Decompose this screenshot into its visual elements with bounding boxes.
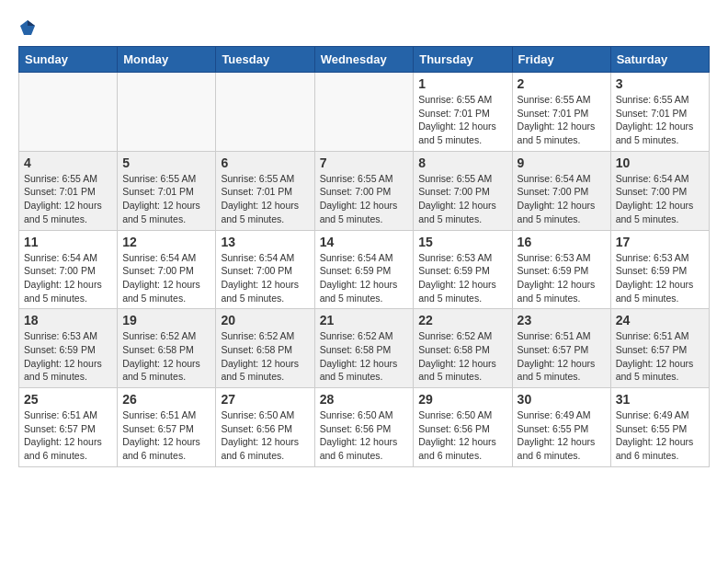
calendar-day-cell: 2Sunrise: 6:55 AM Sunset: 7:01 PM Daylig… [512,73,610,152]
calendar-day-header: Monday [118,47,216,73]
day-number: 12 [122,235,210,249]
calendar-header-row: SundayMondayTuesdayWednesdayThursdayFrid… [19,47,710,73]
day-info: Sunrise: 6:54 AM Sunset: 7:00 PM Dayligh… [24,251,112,305]
day-info: Sunrise: 6:55 AM Sunset: 7:01 PM Dayligh… [24,172,112,226]
day-info: Sunrise: 6:54 AM Sunset: 7:00 PM Dayligh… [122,251,210,305]
calendar-day-cell [314,73,414,152]
day-number: 30 [518,392,606,407]
day-info: Sunrise: 6:53 AM Sunset: 6:59 PM Dayligh… [616,251,704,305]
day-number: 4 [24,155,112,170]
day-info: Sunrise: 6:53 AM Sunset: 6:59 PM Dayligh… [518,251,606,305]
day-info: Sunrise: 6:55 AM Sunset: 7:01 PM Dayligh… [518,93,606,147]
day-info: Sunrise: 6:55 AM Sunset: 7:00 PM Dayligh… [418,172,506,226]
calendar-week-row: 18Sunrise: 6:53 AM Sunset: 6:59 PM Dayli… [19,309,710,388]
day-info: Sunrise: 6:50 AM Sunset: 6:56 PM Dayligh… [221,408,309,463]
calendar-day-cell: 12Sunrise: 6:54 AM Sunset: 7:00 PM Dayli… [118,230,216,309]
day-number: 10 [616,155,704,170]
calendar-day-cell: 23Sunrise: 6:51 AM Sunset: 6:57 PM Dayli… [512,309,610,388]
day-info: Sunrise: 6:49 AM Sunset: 6:55 PM Dayligh… [518,408,606,463]
day-info: Sunrise: 6:52 AM Sunset: 6:58 PM Dayligh… [320,329,409,384]
calendar-day-header: Tuesday [216,47,314,73]
calendar: SundayMondayTuesdayWednesdayThursdayFrid… [18,46,710,467]
day-info: Sunrise: 6:55 AM Sunset: 7:01 PM Dayligh… [616,93,704,147]
calendar-day-header: Friday [512,47,610,73]
day-info: Sunrise: 6:54 AM Sunset: 7:00 PM Dayligh… [221,251,309,305]
calendar-day-cell: 30Sunrise: 6:49 AM Sunset: 6:55 PM Dayli… [512,388,610,467]
page: SundayMondayTuesdayWednesdayThursdayFrid… [0,0,728,477]
calendar-day-cell [19,73,118,152]
calendar-day-cell: 15Sunrise: 6:53 AM Sunset: 6:59 PM Dayli… [414,230,512,309]
day-number: 6 [221,155,309,170]
day-info: Sunrise: 6:54 AM Sunset: 7:00 PM Dayligh… [518,172,606,226]
calendar-day-cell [118,73,216,152]
day-info: Sunrise: 6:55 AM Sunset: 7:00 PM Dayligh… [320,172,409,226]
day-number: 21 [320,313,409,327]
day-number: 25 [24,392,112,407]
calendar-day-cell: 9Sunrise: 6:54 AM Sunset: 7:00 PM Daylig… [512,151,610,230]
calendar-week-row: 4Sunrise: 6:55 AM Sunset: 7:01 PM Daylig… [19,151,710,230]
day-info: Sunrise: 6:53 AM Sunset: 6:59 PM Dayligh… [418,251,506,305]
day-number: 8 [418,155,506,170]
day-info: Sunrise: 6:55 AM Sunset: 7:01 PM Dayligh… [418,93,506,147]
day-number: 5 [122,155,210,170]
day-number: 27 [221,392,309,407]
calendar-day-cell: 11Sunrise: 6:54 AM Sunset: 7:00 PM Dayli… [19,230,118,309]
day-info: Sunrise: 6:51 AM Sunset: 6:57 PM Dayligh… [24,408,112,463]
calendar-day-cell: 14Sunrise: 6:54 AM Sunset: 6:59 PM Dayli… [314,230,414,309]
calendar-day-cell: 6Sunrise: 6:55 AM Sunset: 7:01 PM Daylig… [216,151,314,230]
calendar-day-cell: 16Sunrise: 6:53 AM Sunset: 6:59 PM Dayli… [512,230,610,309]
day-number: 26 [122,392,210,407]
day-number: 7 [320,155,409,170]
day-number: 31 [616,392,704,407]
calendar-day-cell: 29Sunrise: 6:50 AM Sunset: 6:56 PM Dayli… [414,388,512,467]
calendar-day-cell: 18Sunrise: 6:53 AM Sunset: 6:59 PM Dayli… [19,309,118,388]
calendar-day-cell: 22Sunrise: 6:52 AM Sunset: 6:58 PM Dayli… [414,309,512,388]
day-number: 23 [518,313,606,327]
day-info: Sunrise: 6:54 AM Sunset: 6:59 PM Dayligh… [320,251,409,305]
day-info: Sunrise: 6:51 AM Sunset: 6:57 PM Dayligh… [616,329,704,384]
day-info: Sunrise: 6:50 AM Sunset: 6:56 PM Dayligh… [418,408,506,463]
day-info: Sunrise: 6:51 AM Sunset: 6:57 PM Dayligh… [518,329,606,384]
day-number: 28 [320,392,409,407]
calendar-day-cell: 3Sunrise: 6:55 AM Sunset: 7:01 PM Daylig… [610,73,709,152]
header [18,18,710,37]
logo [18,18,39,37]
calendar-day-cell: 19Sunrise: 6:52 AM Sunset: 6:58 PM Dayli… [118,309,216,388]
calendar-day-cell: 21Sunrise: 6:52 AM Sunset: 6:58 PM Dayli… [314,309,414,388]
calendar-day-cell: 1Sunrise: 6:55 AM Sunset: 7:01 PM Daylig… [414,73,512,152]
calendar-day-cell: 4Sunrise: 6:55 AM Sunset: 7:01 PM Daylig… [19,151,118,230]
calendar-day-cell: 17Sunrise: 6:53 AM Sunset: 6:59 PM Dayli… [610,230,709,309]
day-info: Sunrise: 6:53 AM Sunset: 6:59 PM Dayligh… [24,329,112,384]
calendar-day-header: Sunday [19,47,118,73]
calendar-day-cell: 5Sunrise: 6:55 AM Sunset: 7:01 PM Daylig… [118,151,216,230]
day-number: 15 [418,235,506,249]
day-info: Sunrise: 6:49 AM Sunset: 6:55 PM Dayligh… [616,408,704,463]
calendar-day-cell: 31Sunrise: 6:49 AM Sunset: 6:55 PM Dayli… [610,388,709,467]
logo-icon [18,18,37,37]
day-info: Sunrise: 6:54 AM Sunset: 7:00 PM Dayligh… [616,172,704,226]
calendar-day-cell: 20Sunrise: 6:52 AM Sunset: 6:58 PM Dayli… [216,309,314,388]
calendar-day-cell: 10Sunrise: 6:54 AM Sunset: 7:00 PM Dayli… [610,151,709,230]
day-info: Sunrise: 6:52 AM Sunset: 6:58 PM Dayligh… [221,329,309,384]
day-number: 13 [221,235,309,249]
day-number: 18 [24,313,112,327]
calendar-week-row: 1Sunrise: 6:55 AM Sunset: 7:01 PM Daylig… [19,73,710,152]
calendar-day-cell: 8Sunrise: 6:55 AM Sunset: 7:00 PM Daylig… [414,151,512,230]
calendar-day-cell: 26Sunrise: 6:51 AM Sunset: 6:57 PM Dayli… [118,388,216,467]
calendar-day-cell: 24Sunrise: 6:51 AM Sunset: 6:57 PM Dayli… [610,309,709,388]
calendar-day-header: Saturday [610,47,709,73]
day-number: 9 [518,155,606,170]
calendar-day-cell: 28Sunrise: 6:50 AM Sunset: 6:56 PM Dayli… [314,388,414,467]
calendar-week-row: 25Sunrise: 6:51 AM Sunset: 6:57 PM Dayli… [19,388,710,467]
calendar-day-header: Thursday [414,47,512,73]
day-number: 29 [418,392,506,407]
day-number: 24 [616,313,704,327]
calendar-week-row: 11Sunrise: 6:54 AM Sunset: 7:00 PM Dayli… [19,230,710,309]
svg-marker-1 [28,20,35,26]
day-number: 14 [320,235,409,249]
calendar-day-header: Wednesday [314,47,414,73]
day-number: 1 [418,76,506,91]
day-number: 16 [518,235,606,249]
day-info: Sunrise: 6:55 AM Sunset: 7:01 PM Dayligh… [221,172,309,226]
day-info: Sunrise: 6:52 AM Sunset: 6:58 PM Dayligh… [418,329,506,384]
